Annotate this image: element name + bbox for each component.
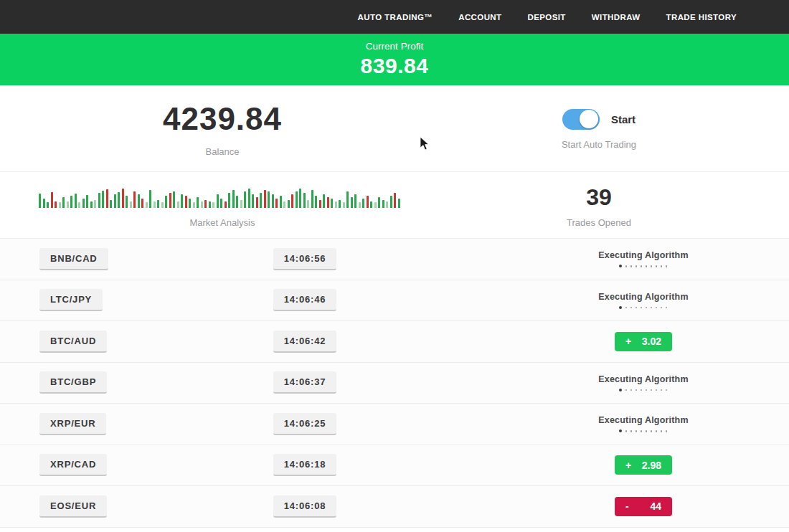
trade-pair-cell: BTC/AUD: [0, 331, 230, 353]
loading-dot: [666, 430, 668, 432]
loading-dot: [666, 307, 668, 309]
trade-profit-badge: +2.98: [615, 455, 672, 475]
trade-status-cell: +3.02: [380, 332, 789, 351]
loading-dot: [619, 429, 622, 432]
chart-bar-up: [43, 199, 45, 208]
chart-bar-up: [272, 194, 274, 208]
chart-bar-up: [370, 201, 372, 208]
chart-bar-up: [39, 194, 41, 208]
loading-dot: [625, 265, 628, 267]
chart-bar-down: [256, 197, 258, 208]
executing-algorithm-status: Executing Algorithm: [598, 374, 689, 391]
chart-bar-up: [351, 197, 353, 208]
loading-dots-icon: [619, 389, 667, 391]
loading-dot: [666, 389, 668, 391]
executing-algorithm-status: Executing Algorithm: [598, 250, 689, 267]
chart-bar-up: [149, 190, 151, 208]
loading-dot: [636, 265, 638, 267]
trade-pair-badge: XRP/EUR: [39, 413, 106, 435]
loading-dot: [636, 307, 638, 309]
loading-dot: [651, 430, 653, 432]
chart-bar-up: [62, 197, 65, 208]
chart-bar-up: [307, 200, 309, 208]
loading-dot: [656, 307, 658, 309]
loading-dot: [619, 306, 622, 309]
loading-dot: [636, 430, 638, 432]
chart-bar-up: [268, 191, 270, 208]
chart-bar-down: [225, 201, 227, 208]
result-value: 3.02: [642, 336, 661, 347]
current-profit-value: 839.84: [0, 54, 789, 78]
chart-bar-up: [177, 201, 179, 208]
loading-dot: [656, 389, 658, 391]
chart-bar-up: [94, 200, 96, 208]
nav-item-withdraw[interactable]: WITHDRAW: [592, 13, 641, 22]
loading-dot: [651, 389, 653, 391]
chart-bar-down: [291, 194, 293, 208]
trade-time-badge: 14:06:42: [273, 331, 336, 353]
trade-profit-badge: +3.02: [615, 332, 672, 351]
chart-bar-up: [118, 192, 120, 208]
nav-item-deposit[interactable]: DEPOSIT: [528, 13, 566, 22]
trade-status-cell: Executing Algorithm: [380, 292, 789, 309]
chart-bar-down: [133, 191, 136, 208]
loading-dot: [641, 430, 643, 432]
trade-row: BTC/GBP 14:06:37 Executing Algorithm: [0, 363, 789, 404]
chart-bar-up: [283, 201, 285, 208]
chart-bar-up: [339, 200, 341, 208]
chart-bar-up: [390, 196, 392, 208]
chart-bar-up: [217, 194, 219, 208]
loading-dots-icon: [619, 265, 667, 267]
chart-bar-up: [126, 196, 128, 208]
loading-dot: [630, 430, 633, 432]
chart-bar-up: [165, 196, 167, 208]
loading-dot: [656, 265, 658, 267]
chart-bar-down: [122, 189, 124, 208]
chart-bar-down: [264, 190, 266, 208]
chart-bar-up: [193, 202, 195, 208]
executing-algorithm-label: Executing Algorithm: [598, 292, 689, 302]
loading-dot: [630, 265, 633, 267]
chart-bar-up: [75, 194, 77, 208]
chart-bar-up: [212, 202, 214, 208]
chart-bar-down: [169, 193, 171, 208]
loading-dot: [619, 389, 622, 391]
trade-row: XRP/EUR 14:06:25 Executing Algorithm: [0, 404, 789, 445]
trades-list: BNB/CAD 14:06:56 Executing Algorithm LTC…: [0, 238, 789, 528]
loading-dot: [651, 307, 653, 309]
chart-bar-up: [181, 194, 183, 208]
trade-pair-badge: BNB/CAD: [39, 248, 108, 270]
chart-bar-up: [209, 201, 211, 208]
trade-pair-cell: XRP/EUR: [0, 413, 230, 435]
balance-value: 4239.84: [163, 101, 282, 137]
loading-dot: [666, 265, 668, 267]
auto-trading-toggle[interactable]: [562, 109, 600, 130]
chart-bar-up: [362, 199, 364, 208]
top-navbar: AUTO TRADING™ACCOUNTDEPOSITWITHDRAWTRADE…: [0, 0, 789, 34]
trade-time-cell: 14:06:37: [230, 371, 380, 394]
executing-algorithm-status: Executing Algorithm: [598, 292, 689, 309]
trade-time-badge: 14:06:46: [273, 289, 336, 311]
trades-opened-label: Trades Opened: [567, 217, 631, 228]
chart-bar-up: [138, 194, 140, 208]
market-analysis-label: Market Analysis: [189, 217, 255, 228]
chart-bar-up: [359, 202, 361, 208]
nav-item-auto-trading[interactable]: AUTO TRADING™: [358, 13, 433, 22]
trade-row: XRP/CAD 14:06:18 +2.98: [0, 445, 789, 487]
chart-bar-up: [346, 191, 349, 208]
trade-time-cell: 14:06:56: [230, 248, 380, 270]
trade-loss-badge: -44: [615, 497, 672, 516]
loading-dots-icon: [619, 306, 667, 309]
result-sign: +: [625, 336, 631, 347]
chart-bar-up: [86, 195, 88, 208]
trade-time-cell: 14:06:25: [230, 413, 380, 435]
trade-time-badge: 14:06:18: [273, 454, 336, 476]
chart-bar-down: [327, 197, 329, 208]
chart-bar-up: [102, 191, 104, 208]
nav-item-trade-history[interactable]: TRADE HISTORY: [666, 13, 737, 22]
nav-item-account[interactable]: ACCOUNT: [458, 13, 501, 22]
result-value: 2.98: [642, 460, 661, 471]
loading-dot: [661, 265, 663, 267]
loading-dot: [630, 389, 633, 391]
market-analysis-chart: [39, 184, 406, 208]
